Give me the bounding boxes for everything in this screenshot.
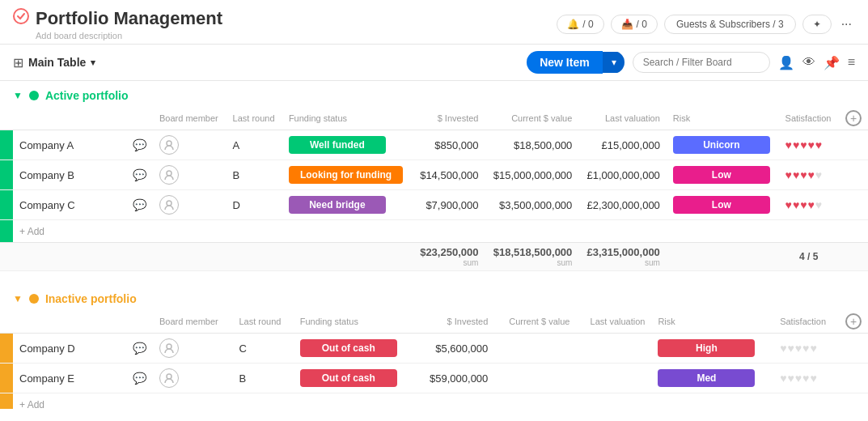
main-table-button[interactable]: Main Table ▾: [28, 56, 95, 69]
sum-empty-board: [153, 243, 227, 271]
add-column-button-i[interactable]: +: [845, 313, 862, 330]
user-avatar-icon: [159, 338, 179, 358]
risk-cell[interactable]: Med: [651, 364, 773, 393]
add-item-button[interactable]: + Add: [19, 226, 44, 237]
risk-cell[interactable]: High: [651, 334, 773, 364]
row-color-bar: [0, 190, 13, 220]
company-name: Company A: [13, 130, 126, 160]
last-round-cell: A: [227, 130, 282, 160]
inactive-portfolio-table: Board member Last round Funding status $…: [0, 310, 868, 409]
dropdown-arrow-icon: ▾: [612, 57, 616, 68]
risk-badge: Low: [673, 166, 770, 184]
table-row[interactable]: Company C 💬 D Need bridge $7,900,000 $3,…: [0, 190, 868, 220]
last-valuation-cell: £2,300,000,000: [578, 190, 667, 220]
funding-status-cell[interactable]: Out of cash: [294, 334, 416, 364]
sum-satisfaction: 4 / 5: [779, 243, 839, 271]
chat-cell[interactable]: 💬: [126, 160, 153, 190]
svg-point-4: [167, 344, 171, 349]
new-item-button[interactable]: New Item: [527, 51, 602, 74]
board-member-cell[interactable]: [153, 334, 232, 364]
funding-status-col-header-i: Funding status: [294, 310, 416, 334]
inbox-button[interactable]: 📥 / 0: [611, 15, 658, 34]
chat-icon[interactable]: 💬: [133, 372, 146, 385]
current-value-col-header-i: Current $ value: [494, 310, 576, 334]
board-member-cell[interactable]: [153, 160, 227, 190]
svg-point-3: [167, 201, 171, 206]
toolbar: ⊞ Main Table ▾ New Item ▾ 👤 👁 📌 ≡: [0, 45, 868, 81]
risk-cell[interactable]: Unicorn: [667, 130, 779, 160]
more-button[interactable]: ···: [838, 14, 855, 35]
eye-icon[interactable]: 👁: [802, 55, 815, 70]
board-member-cell[interactable]: [153, 130, 227, 160]
hearts: ♥♥♥♥♥: [780, 342, 832, 355]
funding-status-cell[interactable]: Out of cash: [294, 364, 416, 393]
chat-icon[interactable]: 💬: [133, 198, 146, 211]
heart-2: ♥: [800, 138, 807, 151]
funding-badge: Out of cash: [300, 339, 397, 357]
funding-status-cell[interactable]: Looking for funding: [282, 160, 412, 190]
heart-0: ♥: [785, 138, 792, 151]
active-group-dot: [29, 91, 39, 100]
person-icon[interactable]: 👤: [778, 55, 794, 70]
funding-status-cell[interactable]: Well funded: [282, 130, 412, 160]
new-item-dropdown-button[interactable]: ▾: [603, 52, 625, 73]
add-col-header: +: [839, 107, 868, 130]
last-valuation-cell: £1,000,000,000: [578, 160, 667, 190]
board-member-col-header: Board member: [153, 107, 227, 130]
add-column-button[interactable]: +: [845, 110, 862, 126]
active-group-chevron[interactable]: ▼: [13, 90, 23, 101]
add-item-button[interactable]: + Add: [19, 399, 44, 409]
last-valuation-cell: [576, 364, 651, 393]
svg-point-1: [167, 141, 171, 146]
current-value-cell: [494, 334, 576, 364]
table-row[interactable]: Company D 💬 C Out of cash $5,600,000 Hig…: [0, 334, 868, 364]
satisfaction-cell: ♥♥♥♥♥: [779, 190, 839, 220]
board-member-cell[interactable]: [153, 364, 232, 393]
app-header: Portfolio Management Add board descripti…: [0, 0, 868, 45]
heart-2: ♥: [795, 372, 802, 385]
guests-label: Guests & Subscribers / 3: [676, 19, 784, 30]
notify-button[interactable]: 🔔 / 0: [557, 15, 603, 34]
satisfaction-cell: ♥♥♥♥♥: [773, 334, 839, 364]
sum-last-valuation: £3,315,000,000 sum: [578, 243, 667, 271]
table-row[interactable]: Company E 💬 B Out of cash $59,000,000 Me…: [0, 364, 868, 393]
filter-icon[interactable]: ≡: [848, 55, 855, 70]
guests-button[interactable]: Guests & Subscribers / 3: [664, 15, 796, 34]
table-row[interactable]: Company B 💬 B Looking for funding $14,50…: [0, 160, 868, 190]
active-portfolio-header: ▼ Active portfolio: [0, 81, 868, 107]
chat-cell[interactable]: 💬: [126, 364, 153, 393]
row-color-bar: [0, 130, 13, 160]
funding-status-col-header: Funding status: [282, 107, 412, 130]
last-valuation-cell: £15,000,000: [578, 130, 667, 160]
chat-cell[interactable]: 💬: [126, 130, 153, 160]
table-row[interactable]: Company A 💬 A Well funded $850,000 $18,5…: [0, 130, 868, 160]
invite-button[interactable]: ✦: [802, 15, 832, 34]
board-member-cell[interactable]: [153, 190, 227, 220]
chat-col-header: [126, 107, 153, 130]
name-col-header: [13, 107, 126, 130]
row-color-bar: [0, 364, 13, 393]
inactive-group-chevron[interactable]: ▼: [13, 293, 23, 304]
search-input[interactable]: [633, 52, 770, 73]
pin-icon[interactable]: 📌: [824, 55, 840, 70]
funding-status-cell[interactable]: Need bridge: [282, 190, 412, 220]
funding-badge: Well funded: [289, 136, 386, 154]
inactive-col-headers: Board member Last round Funding status $…: [0, 310, 868, 334]
heart-0: ♥: [785, 198, 792, 211]
svg-point-0: [14, 9, 28, 23]
funding-badge: Need bridge: [289, 196, 386, 214]
chat-icon[interactable]: 💬: [133, 342, 146, 355]
chat-icon[interactable]: 💬: [133, 168, 146, 181]
chat-cell[interactable]: 💬: [126, 190, 153, 220]
heart-1: ♥: [793, 138, 799, 151]
risk-cell[interactable]: Low: [667, 160, 779, 190]
heart-4: ♥: [810, 372, 816, 385]
risk-cell[interactable]: Low: [667, 190, 779, 220]
more-icon: ···: [841, 17, 852, 32]
notify-icon: 🔔: [567, 19, 579, 30]
heart-2: ♥: [795, 342, 802, 355]
chat-cell[interactable]: 💬: [126, 334, 153, 364]
content-area: ▼ Active portfolio Board member Last rou…: [0, 81, 868, 409]
satisfaction-col-header-i: Satisfaction: [773, 310, 839, 334]
chat-icon[interactable]: 💬: [133, 138, 146, 151]
